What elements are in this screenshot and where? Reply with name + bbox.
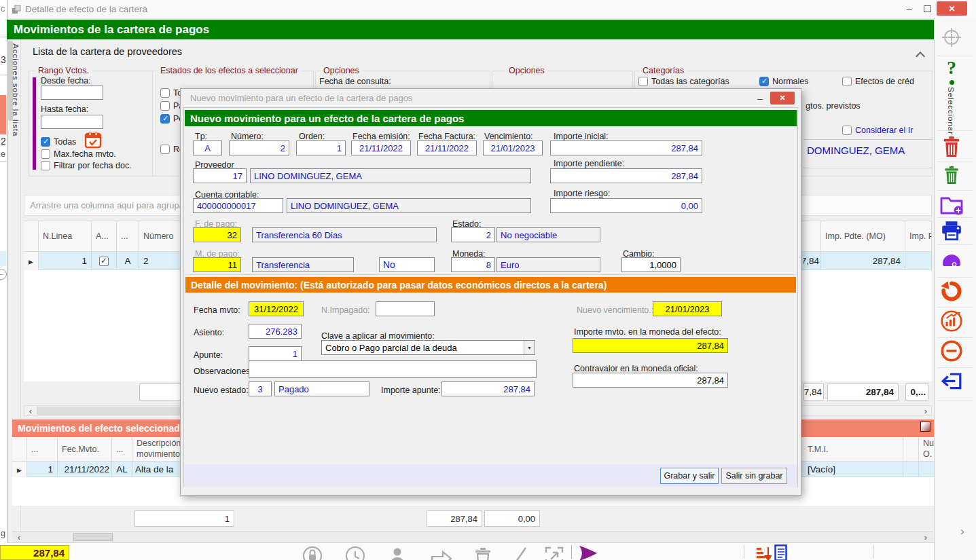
checkbox-icon[interactable] bbox=[160, 101, 170, 111]
grid-header-dots[interactable]: ... bbox=[117, 221, 139, 252]
save-button[interactable]: Grabar y salir bbox=[660, 468, 719, 484]
fecha-emision-field[interactable]: 21/11/2022 bbox=[351, 141, 411, 155]
apunte-field[interactable]: 1 bbox=[249, 346, 302, 361]
maximize-button[interactable] bbox=[919, 2, 935, 16]
slash-icon[interactable] bbox=[511, 546, 528, 560]
minimize-button[interactable]: – bbox=[901, 2, 918, 16]
importe-mvto-field[interactable]: 287,84 bbox=[573, 338, 728, 353]
grid-cell-nlinea[interactable]: 1 bbox=[39, 252, 92, 270]
cuenta-contable-field[interactable]: 400000000017 bbox=[193, 198, 283, 213]
fecha-factura-field[interactable]: 21/11/2022 bbox=[417, 141, 477, 155]
remove-circle-icon[interactable] bbox=[939, 339, 964, 362]
calendar-icon[interactable] bbox=[84, 131, 102, 151]
nuevo-estado-field[interactable]: 3 bbox=[249, 381, 272, 396]
check-considerar[interactable]: Considerar el Ir bbox=[842, 126, 932, 135]
vencimiento-field[interactable]: 21/01/2023 bbox=[483, 141, 543, 155]
grid-header-imp-pdte[interactable]: Imp. Pdte. (MO) bbox=[821, 221, 905, 252]
undo-icon[interactable] bbox=[939, 280, 964, 301]
hscrollbar2-thumb[interactable] bbox=[73, 533, 113, 541]
grid-header-nlinea[interactable]: N.Linea bbox=[39, 221, 92, 252]
trash-green-icon[interactable] bbox=[939, 164, 964, 186]
scroll2-right-arrow[interactable]: › bbox=[920, 532, 931, 542]
mov-cell-tmi[interactable]: [Vacío] bbox=[803, 462, 903, 477]
cancel-button[interactable]: Salir sin grabar bbox=[721, 468, 787, 484]
mov-header-dots1[interactable]: ... bbox=[27, 437, 58, 462]
sort-down-icon[interactable] bbox=[755, 544, 772, 560]
grid-cell-tipo[interactable]: A bbox=[117, 252, 139, 270]
fecha-mvto-field[interactable]: 31/12/2022 bbox=[249, 301, 304, 316]
grid-cell-imp-pa[interactable] bbox=[905, 252, 932, 270]
m-pago-field[interactable]: 11 bbox=[193, 257, 241, 272]
check-todas[interactable]: Todas bbox=[41, 137, 76, 147]
person-icon[interactable] bbox=[388, 546, 407, 560]
mov-cell-fec[interactable]: 21/11/2022 bbox=[58, 462, 112, 477]
cambio-field[interactable]: 1,0000 bbox=[621, 257, 681, 272]
estado-field[interactable]: 2 bbox=[451, 227, 495, 242]
clock-icon[interactable] bbox=[345, 546, 365, 560]
mov-cell-tipo[interactable]: AL bbox=[112, 462, 132, 477]
collapse-chevron-icon[interactable] bbox=[917, 50, 924, 62]
checkbox-icon[interactable] bbox=[759, 77, 769, 86]
grid-header-a[interactable]: A... bbox=[92, 221, 117, 252]
printer-icon[interactable] bbox=[939, 220, 964, 242]
chart-up-icon[interactable] bbox=[939, 310, 964, 333]
close-button[interactable]: ✕ bbox=[937, 1, 967, 16]
tp-field[interactable]: A bbox=[193, 141, 222, 155]
checkbox-icon[interactable] bbox=[160, 88, 170, 98]
asiento-field[interactable]: 276.283 bbox=[249, 324, 302, 339]
actions-tab[interactable]: Acciones sobre la lista bbox=[12, 43, 20, 179]
checkbox-icon[interactable] bbox=[41, 161, 50, 170]
importe-pendiente-field[interactable]: 287,84 bbox=[550, 168, 702, 183]
expand-icon[interactable] bbox=[544, 546, 564, 560]
dropdown-arrow-icon[interactable]: ▼ bbox=[524, 341, 535, 354]
n-impagado-field[interactable] bbox=[376, 301, 435, 316]
grid-cell-imp-pdte[interactable]: 287,84 bbox=[821, 252, 905, 270]
check-max-fecha[interactable]: Max.fecha mvto. bbox=[41, 149, 116, 159]
trash-gray-icon[interactable] bbox=[473, 546, 492, 560]
check-filtrar-doc[interactable]: Filtrar por fecha doc. bbox=[41, 161, 132, 170]
orden-field[interactable]: 1 bbox=[296, 141, 346, 155]
sidebar-more-chevron[interactable]: › bbox=[960, 525, 964, 538]
nuevo-vencimiento-field[interactable]: 21/01/2023 bbox=[653, 301, 722, 316]
grid-cell-check[interactable] bbox=[92, 252, 117, 270]
trash-red-icon[interactable] bbox=[939, 134, 964, 159]
importe-riesgo-field[interactable]: 0,00 bbox=[550, 198, 702, 213]
importe-inicial-field[interactable]: 287,84 bbox=[550, 141, 702, 155]
hasta-fecha-input[interactable] bbox=[41, 115, 103, 129]
check-normales[interactable]: Normales bbox=[759, 77, 809, 86]
folder-add-icon[interactable] bbox=[939, 194, 964, 216]
checkbox-icon[interactable] bbox=[41, 137, 50, 147]
mov-header-blank[interactable] bbox=[903, 437, 919, 462]
grid-options-box[interactable] bbox=[920, 422, 930, 432]
grid-header-imp-pa[interactable]: Imp. Pa bbox=[905, 221, 932, 252]
mov-cell-blank[interactable] bbox=[903, 462, 919, 477]
mov-cell-num[interactable]: 1 bbox=[27, 462, 58, 477]
modal-close-button[interactable]: ✕ bbox=[770, 92, 795, 105]
scroll-left-arrow[interactable]: ‹ bbox=[25, 406, 36, 415]
mov-header-fec[interactable]: Fec.Mvto. bbox=[58, 437, 112, 462]
arrow-right-icon[interactable] bbox=[431, 546, 452, 560]
check-efectos-credito[interactable]: Efectos de créd bbox=[842, 77, 932, 86]
grid-header-stub[interactable] bbox=[803, 221, 821, 252]
exit-icon[interactable] bbox=[939, 372, 964, 392]
row-checkbox-icon[interactable] bbox=[99, 257, 109, 266]
hscrollbar2-track[interactable] bbox=[12, 531, 933, 542]
moneda-field[interactable]: 8 bbox=[451, 257, 495, 272]
check-todas-categorias[interactable]: Todas las categorías bbox=[638, 77, 729, 86]
numero-field[interactable]: 2 bbox=[229, 141, 289, 155]
clave-dropdown[interactable]: Cobro o Pago parcial de la deuda bbox=[321, 340, 535, 355]
f-pago-field[interactable]: 32 bbox=[193, 227, 241, 242]
desde-fecha-input[interactable] bbox=[41, 86, 103, 100]
lock-icon[interactable] bbox=[302, 546, 323, 560]
scroll2-left-arrow[interactable]: ‹ bbox=[14, 532, 24, 542]
mov-header-nuo[interactable]: Nu O. bbox=[919, 437, 934, 462]
proveedor-codigo-field[interactable]: 17 bbox=[193, 168, 247, 183]
checkbox-icon[interactable] bbox=[160, 145, 170, 154]
camera-dome-icon[interactable] bbox=[939, 253, 964, 270]
checkbox-icon[interactable] bbox=[638, 77, 648, 86]
help-icon[interactable]: ? bbox=[939, 57, 964, 79]
observaciones-field[interactable] bbox=[249, 360, 537, 378]
checkbox-icon[interactable] bbox=[160, 114, 170, 124]
checkbox-icon[interactable] bbox=[41, 149, 50, 159]
checkbox-icon[interactable] bbox=[842, 77, 852, 86]
